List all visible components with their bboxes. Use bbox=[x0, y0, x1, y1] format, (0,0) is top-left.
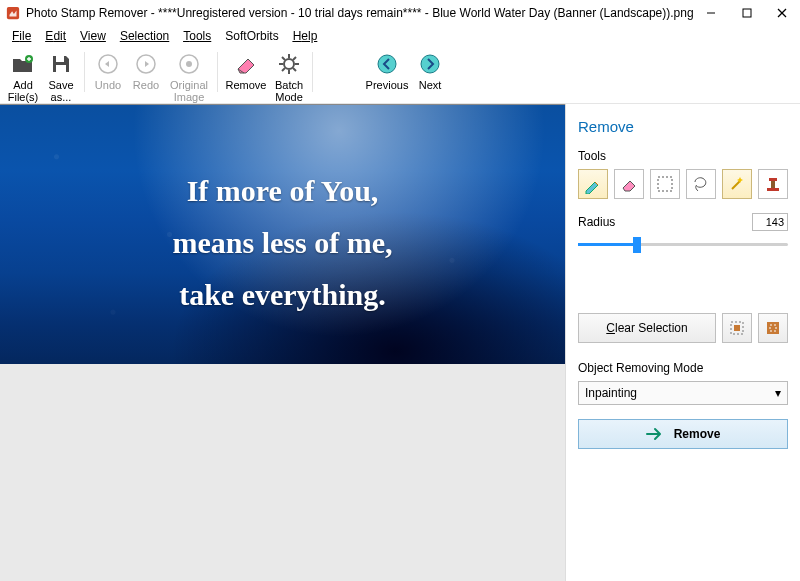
remove-action-button[interactable]: Remove bbox=[578, 419, 788, 449]
svg-rect-23 bbox=[658, 177, 672, 191]
select-in-icon bbox=[764, 319, 782, 337]
pencil-icon bbox=[583, 174, 603, 194]
gear-icon bbox=[275, 50, 303, 78]
svg-point-22 bbox=[421, 55, 439, 73]
separator bbox=[84, 52, 85, 92]
main-area: If more of You, means less of me, take e… bbox=[0, 104, 800, 581]
svg-point-12 bbox=[284, 59, 294, 69]
menu-selection[interactable]: Selection bbox=[114, 27, 175, 45]
svg-rect-25 bbox=[771, 180, 775, 188]
app-icon bbox=[6, 6, 20, 20]
svg-line-17 bbox=[282, 57, 285, 60]
menu-softorbits[interactable]: SoftOrbits bbox=[219, 27, 284, 45]
tools-label: Tools bbox=[578, 149, 788, 163]
separator bbox=[217, 52, 218, 92]
eraser-tool[interactable] bbox=[614, 169, 644, 199]
next-icon bbox=[416, 50, 444, 78]
canvas-column: If more of You, means less of me, take e… bbox=[0, 104, 565, 581]
maximize-button[interactable] bbox=[729, 0, 764, 26]
quote-line-1: If more of You, bbox=[0, 165, 565, 217]
radius-slider[interactable] bbox=[578, 233, 788, 257]
radius-label: Radius bbox=[578, 215, 615, 229]
menu-edit[interactable]: Edit bbox=[39, 27, 72, 45]
object-mode-value: Inpainting bbox=[585, 386, 637, 400]
arrow-right-icon bbox=[646, 427, 664, 441]
lasso-tool[interactable] bbox=[686, 169, 716, 199]
menu-help[interactable]: Help bbox=[287, 27, 324, 45]
rect-select-icon bbox=[655, 174, 675, 194]
remove-action-label: Remove bbox=[674, 427, 721, 441]
minimize-button[interactable] bbox=[694, 0, 729, 26]
svg-line-20 bbox=[282, 68, 285, 71]
object-mode-label: Object Removing Mode bbox=[578, 361, 788, 375]
svg-rect-28 bbox=[734, 325, 740, 331]
menu-tools[interactable]: Tools bbox=[177, 27, 217, 45]
clear-selection-rest: lear Selection bbox=[615, 321, 688, 335]
svg-rect-6 bbox=[56, 56, 64, 62]
select-all-button[interactable] bbox=[722, 313, 752, 343]
stamp-icon bbox=[763, 174, 783, 194]
svg-line-18 bbox=[293, 68, 296, 71]
batch-mode-button[interactable]: Batch Mode bbox=[270, 48, 308, 103]
clear-selection-button[interactable]: Clear Selection bbox=[578, 313, 716, 343]
magic-wand-tool[interactable] bbox=[722, 169, 752, 199]
quote-line-2: means less of me, bbox=[0, 217, 565, 269]
close-button[interactable] bbox=[765, 0, 800, 26]
rectangle-select-tool[interactable] bbox=[650, 169, 680, 199]
slider-fill bbox=[578, 243, 637, 246]
select-out-icon bbox=[728, 319, 746, 337]
svg-point-11 bbox=[186, 61, 192, 67]
toolbar: Add File(s) Save as... Undo Redo Origina… bbox=[0, 46, 800, 104]
marker-tool[interactable] bbox=[578, 169, 608, 199]
menu-file[interactable]: File bbox=[6, 27, 37, 45]
window-title: Photo Stamp Remover - ****Unregistered v… bbox=[26, 6, 694, 20]
next-button[interactable]: Next bbox=[411, 48, 449, 91]
image-text-overlay: If more of You, means less of me, take e… bbox=[0, 165, 565, 321]
clone-stamp-tool[interactable] bbox=[758, 169, 788, 199]
add-files-button[interactable]: Add File(s) bbox=[4, 48, 42, 103]
svg-rect-26 bbox=[769, 178, 777, 181]
save-icon bbox=[47, 50, 75, 78]
previous-button[interactable]: Previous bbox=[363, 48, 411, 91]
canvas-background bbox=[0, 364, 565, 581]
eraser-small-icon bbox=[619, 174, 639, 194]
remove-panel: Remove Tools Radius bbox=[565, 104, 800, 581]
undo-button[interactable]: Undo bbox=[89, 48, 127, 91]
object-mode-select[interactable]: Inpainting ▾ bbox=[578, 381, 788, 405]
original-image-icon bbox=[175, 50, 203, 78]
svg-rect-29 bbox=[767, 322, 779, 334]
lasso-icon bbox=[691, 174, 711, 194]
menubar: File Edit View Selection Tools SoftOrbit… bbox=[0, 26, 800, 46]
wand-icon bbox=[727, 174, 747, 194]
folder-add-icon bbox=[9, 50, 37, 78]
redo-icon bbox=[132, 50, 160, 78]
deselect-button[interactable] bbox=[758, 313, 788, 343]
redo-button[interactable]: Redo bbox=[127, 48, 165, 91]
tool-icons-row bbox=[578, 169, 788, 199]
quote-line-3: take everything. bbox=[0, 269, 565, 321]
previous-icon bbox=[373, 50, 401, 78]
radius-input[interactable] bbox=[752, 213, 788, 231]
titlebar: Photo Stamp Remover - ****Unregistered v… bbox=[0, 0, 800, 26]
separator bbox=[312, 52, 313, 92]
svg-rect-24 bbox=[767, 188, 779, 191]
svg-rect-7 bbox=[56, 65, 66, 72]
original-image-button[interactable]: Original Image bbox=[165, 48, 213, 103]
chevron-down-icon: ▾ bbox=[775, 386, 781, 400]
remove-main-button[interactable]: Remove bbox=[222, 48, 270, 91]
svg-point-21 bbox=[378, 55, 396, 73]
image-canvas[interactable]: If more of You, means less of me, take e… bbox=[0, 104, 565, 364]
save-as-button[interactable]: Save as... bbox=[42, 48, 80, 103]
eraser-icon bbox=[232, 50, 260, 78]
slider-thumb[interactable] bbox=[633, 237, 641, 253]
undo-icon bbox=[94, 50, 122, 78]
panel-title: Remove bbox=[578, 118, 788, 135]
svg-line-19 bbox=[293, 57, 296, 60]
menu-view[interactable]: View bbox=[74, 27, 112, 45]
svg-rect-2 bbox=[743, 9, 751, 17]
